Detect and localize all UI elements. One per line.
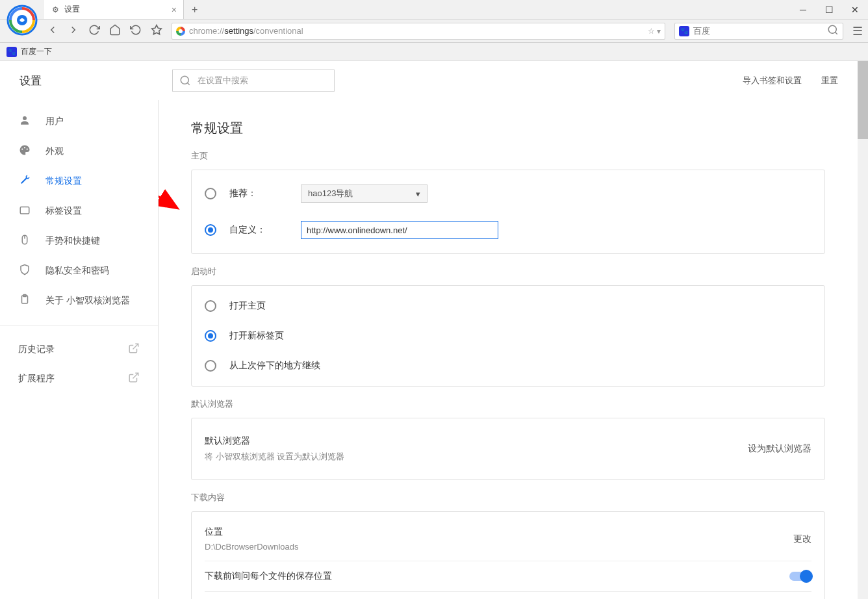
settings-search-placeholder: 在设置中搜索 [198, 75, 248, 86]
baidu-icon: 🐾 [6, 47, 17, 57]
home-button[interactable] [109, 24, 121, 38]
url-text: chrome://settings/conventional [189, 26, 644, 36]
search-engine-input[interactable] [693, 26, 823, 36]
new-tab-button[interactable]: + [184, 4, 205, 16]
recommend-label: 推荐： [229, 188, 288, 199]
downloads-card: 位置 D:\DcBrowserDownloads 更改 下载前询问每个文件的保存… [191, 511, 825, 599]
recommend-select[interactable]: hao123导航 ▾ [301, 185, 428, 203]
undo-button[interactable] [130, 24, 142, 38]
user-icon [18, 114, 31, 129]
sidebar-item-gestures[interactable]: 手势和快捷键 [0, 226, 158, 256]
gear-icon: ⚙ [52, 5, 59, 14]
sidebar-item-privacy[interactable]: 隐私安全和密码 [0, 256, 158, 286]
scrollbar[interactable] [858, 61, 868, 599]
radio-recommend[interactable] [205, 188, 216, 199]
close-tab-icon[interactable]: × [172, 5, 177, 15]
menu-button[interactable]: ☰ [852, 24, 863, 38]
svg-point-3 [828, 25, 836, 33]
sidebar-item-label: 手势和快捷键 [45, 235, 100, 247]
baidu-icon: 🐾 [679, 26, 689, 36]
sidebar-item-about[interactable]: 关于 小智双核浏览器 [0, 286, 158, 316]
shield-icon [18, 264, 31, 278]
svg-point-7 [23, 116, 27, 120]
titlebar: ⚙ 设置 × + ─ ☐ ✕ [0, 0, 868, 19]
downloads-label: 下载内容 [191, 492, 825, 503]
startup-card: 打开主页 打开新标签页 从上次停下的地方继续 [191, 285, 825, 387]
reset-link[interactable]: 重置 [821, 75, 838, 86]
app-logo [5, 3, 39, 37]
svg-point-5 [181, 76, 188, 84]
settings-content: 常规设置 主页 推荐： hao123导航 ▾ [159, 100, 858, 599]
startup-label: 启动时 [191, 266, 825, 277]
sidebar-item-label: 标签设置 [45, 205, 82, 217]
default-browser-card: 默认浏览器 将 小智双核浏览器 设置为默认浏览器 设为默认浏览器 [191, 418, 825, 480]
svg-line-16 [133, 344, 138, 349]
minimize-button[interactable]: ─ [790, 5, 816, 15]
close-window-button[interactable]: ✕ [842, 5, 868, 15]
annotation-arrow [159, 123, 185, 214]
external-link-icon [128, 342, 140, 356]
search-icon [179, 75, 191, 86]
palette-icon [18, 144, 31, 159]
bookmark-item[interactable]: 百度一下 [21, 46, 52, 57]
section-title: 常规设置 [191, 120, 825, 137]
maximize-button[interactable]: ☐ [816, 5, 842, 15]
sidebar-item-label: 用户 [45, 116, 64, 127]
startup-opt1: 打开主页 [229, 300, 266, 312]
svg-line-17 [133, 373, 138, 378]
ask-each-toggle[interactable] [789, 572, 811, 581]
chevron-down-icon: ▾ [416, 189, 420, 199]
scrollbar-thumb[interactable] [858, 61, 868, 139]
change-location-button[interactable]: 更改 [793, 533, 811, 545]
sidebar-item-tabs[interactable]: 标签设置 [0, 196, 158, 226]
sidebar-item-user[interactable]: 用户 [0, 107, 158, 136]
default-browser-title: 默认浏览器 [205, 435, 344, 447]
download-location-title: 位置 [205, 526, 299, 538]
settings-title: 设置 [19, 73, 172, 88]
svg-line-19 [159, 130, 175, 207]
wrench-icon [18, 174, 31, 188]
radio-continue[interactable] [205, 360, 216, 372]
default-browser-label: 默认浏览器 [191, 398, 825, 410]
sidebar-link-history[interactable]: 历史记录 [0, 335, 158, 364]
sidebar-item-general[interactable]: 常规设置 [0, 166, 158, 196]
bookmark-star-button[interactable] [151, 24, 162, 38]
svg-rect-11 [20, 207, 29, 214]
sidebar-item-label: 外观 [45, 146, 64, 157]
divider [0, 325, 158, 325]
svg-point-8 [21, 148, 23, 149]
toolbar: chrome://settings/conventional ☆ ▾ 🐾 ☰ [0, 19, 868, 43]
radio-custom[interactable] [205, 224, 216, 236]
startup-opt2: 打开新标签页 [229, 330, 284, 342]
custom-homepage-input[interactable] [301, 221, 498, 239]
select-value: hao123导航 [308, 188, 353, 199]
svg-point-9 [24, 147, 25, 148]
site-icon [176, 27, 185, 36]
external-link-icon [128, 372, 140, 385]
radio-open-home[interactable] [205, 300, 216, 312]
settings-search[interactable]: 在设置中搜索 [172, 70, 335, 92]
sidebar-item-label: 关于 小智双核浏览器 [45, 295, 130, 307]
star-icon[interactable]: ☆ ▾ [648, 27, 661, 36]
sidebar-link-label: 扩展程序 [18, 373, 55, 385]
homepage-label: 主页 [191, 150, 825, 162]
address-bar[interactable]: chrome://settings/conventional ☆ ▾ [172, 23, 665, 40]
sidebar-item-appearance[interactable]: 外观 [0, 136, 158, 166]
back-button[interactable] [47, 24, 58, 38]
search-engine-box[interactable]: 🐾 [674, 23, 843, 40]
forward-button[interactable] [68, 24, 79, 38]
download-location-path: D:\DcBrowserDownloads [205, 542, 299, 552]
set-default-button[interactable]: 设为默认浏览器 [748, 443, 811, 455]
sidebar-link-extensions[interactable]: 扩展程序 [0, 364, 158, 393]
svg-line-6 [187, 83, 189, 84]
ask-each-file-label: 下载前询问每个文件的保存位置 [205, 570, 332, 582]
startup-opt3: 从上次停下的地方继续 [229, 360, 320, 372]
reload-button[interactable] [88, 24, 100, 38]
tab-title: 设置 [64, 4, 80, 15]
svg-line-4 [835, 32, 837, 34]
browser-tab[interactable]: ⚙ 设置 × [44, 0, 184, 19]
clipboard-icon [18, 294, 31, 308]
search-icon[interactable] [827, 24, 839, 38]
import-bookmarks-link[interactable]: 导入书签和设置 [743, 75, 802, 86]
radio-open-newtab[interactable] [205, 330, 216, 342]
